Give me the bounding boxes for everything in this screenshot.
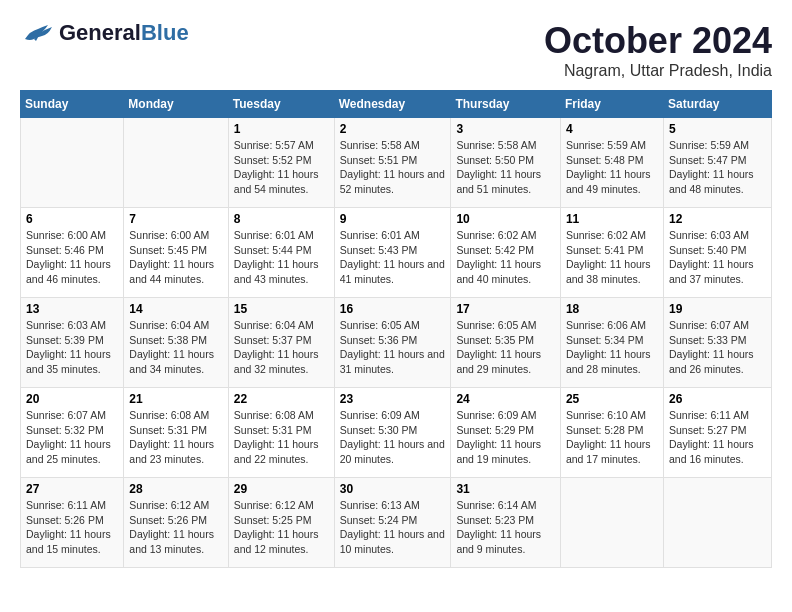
calendar-cell: 17Sunrise: 6:05 AMSunset: 5:35 PMDayligh… bbox=[451, 298, 561, 388]
cell-content: Sunrise: 6:05 AMSunset: 5:36 PMDaylight:… bbox=[340, 318, 446, 377]
calendar-week-row: 6Sunrise: 6:00 AMSunset: 5:46 PMDaylight… bbox=[21, 208, 772, 298]
day-header-tuesday: Tuesday bbox=[228, 91, 334, 118]
page-header: GeneralBlue October 2024 Nagram, Uttar P… bbox=[20, 20, 772, 80]
cell-content: Sunrise: 6:07 AMSunset: 5:33 PMDaylight:… bbox=[669, 318, 766, 377]
cell-content: Sunrise: 6:12 AMSunset: 5:25 PMDaylight:… bbox=[234, 498, 329, 557]
calendar-week-row: 20Sunrise: 6:07 AMSunset: 5:32 PMDayligh… bbox=[21, 388, 772, 478]
day-number: 17 bbox=[456, 302, 555, 316]
calendar-cell: 24Sunrise: 6:09 AMSunset: 5:29 PMDayligh… bbox=[451, 388, 561, 478]
day-number: 30 bbox=[340, 482, 446, 496]
calendar-table: SundayMondayTuesdayWednesdayThursdayFrid… bbox=[20, 90, 772, 568]
day-number: 16 bbox=[340, 302, 446, 316]
day-number: 19 bbox=[669, 302, 766, 316]
calendar-cell: 27Sunrise: 6:11 AMSunset: 5:26 PMDayligh… bbox=[21, 478, 124, 568]
cell-content: Sunrise: 6:13 AMSunset: 5:24 PMDaylight:… bbox=[340, 498, 446, 557]
day-header-wednesday: Wednesday bbox=[334, 91, 451, 118]
cell-content: Sunrise: 6:08 AMSunset: 5:31 PMDaylight:… bbox=[234, 408, 329, 467]
day-number: 4 bbox=[566, 122, 658, 136]
day-header-sunday: Sunday bbox=[21, 91, 124, 118]
cell-content: Sunrise: 6:00 AMSunset: 5:46 PMDaylight:… bbox=[26, 228, 118, 287]
day-number: 18 bbox=[566, 302, 658, 316]
day-number: 25 bbox=[566, 392, 658, 406]
calendar-cell bbox=[663, 478, 771, 568]
calendar-cell: 1Sunrise: 5:57 AMSunset: 5:52 PMDaylight… bbox=[228, 118, 334, 208]
day-number: 21 bbox=[129, 392, 222, 406]
calendar-cell bbox=[560, 478, 663, 568]
day-number: 31 bbox=[456, 482, 555, 496]
day-number: 5 bbox=[669, 122, 766, 136]
day-number: 7 bbox=[129, 212, 222, 226]
calendar-header-row: SundayMondayTuesdayWednesdayThursdayFrid… bbox=[21, 91, 772, 118]
day-number: 14 bbox=[129, 302, 222, 316]
day-number: 13 bbox=[26, 302, 118, 316]
day-number: 9 bbox=[340, 212, 446, 226]
calendar-cell bbox=[124, 118, 228, 208]
day-number: 24 bbox=[456, 392, 555, 406]
day-number: 3 bbox=[456, 122, 555, 136]
cell-content: Sunrise: 6:03 AMSunset: 5:40 PMDaylight:… bbox=[669, 228, 766, 287]
calendar-cell: 30Sunrise: 6:13 AMSunset: 5:24 PMDayligh… bbox=[334, 478, 451, 568]
cell-content: Sunrise: 6:04 AMSunset: 5:38 PMDaylight:… bbox=[129, 318, 222, 377]
calendar-cell: 6Sunrise: 6:00 AMSunset: 5:46 PMDaylight… bbox=[21, 208, 124, 298]
cell-content: Sunrise: 6:14 AMSunset: 5:23 PMDaylight:… bbox=[456, 498, 555, 557]
day-number: 2 bbox=[340, 122, 446, 136]
cell-content: Sunrise: 6:00 AMSunset: 5:45 PMDaylight:… bbox=[129, 228, 222, 287]
cell-content: Sunrise: 6:02 AMSunset: 5:41 PMDaylight:… bbox=[566, 228, 658, 287]
day-header-monday: Monday bbox=[124, 91, 228, 118]
cell-content: Sunrise: 6:05 AMSunset: 5:35 PMDaylight:… bbox=[456, 318, 555, 377]
cell-content: Sunrise: 6:06 AMSunset: 5:34 PMDaylight:… bbox=[566, 318, 658, 377]
cell-content: Sunrise: 5:59 AMSunset: 5:48 PMDaylight:… bbox=[566, 138, 658, 197]
calendar-week-row: 27Sunrise: 6:11 AMSunset: 5:26 PMDayligh… bbox=[21, 478, 772, 568]
cell-content: Sunrise: 6:08 AMSunset: 5:31 PMDaylight:… bbox=[129, 408, 222, 467]
cell-content: Sunrise: 6:07 AMSunset: 5:32 PMDaylight:… bbox=[26, 408, 118, 467]
logo-bird-icon bbox=[20, 21, 55, 46]
day-number: 28 bbox=[129, 482, 222, 496]
day-number: 12 bbox=[669, 212, 766, 226]
calendar-cell: 31Sunrise: 6:14 AMSunset: 5:23 PMDayligh… bbox=[451, 478, 561, 568]
cell-content: Sunrise: 5:59 AMSunset: 5:47 PMDaylight:… bbox=[669, 138, 766, 197]
cell-content: Sunrise: 6:12 AMSunset: 5:26 PMDaylight:… bbox=[129, 498, 222, 557]
cell-content: Sunrise: 6:11 AMSunset: 5:26 PMDaylight:… bbox=[26, 498, 118, 557]
calendar-cell: 4Sunrise: 5:59 AMSunset: 5:48 PMDaylight… bbox=[560, 118, 663, 208]
calendar-cell bbox=[21, 118, 124, 208]
cell-content: Sunrise: 6:03 AMSunset: 5:39 PMDaylight:… bbox=[26, 318, 118, 377]
day-header-thursday: Thursday bbox=[451, 91, 561, 118]
day-number: 22 bbox=[234, 392, 329, 406]
cell-content: Sunrise: 6:11 AMSunset: 5:27 PMDaylight:… bbox=[669, 408, 766, 467]
calendar-cell: 16Sunrise: 6:05 AMSunset: 5:36 PMDayligh… bbox=[334, 298, 451, 388]
cell-content: Sunrise: 6:10 AMSunset: 5:28 PMDaylight:… bbox=[566, 408, 658, 467]
calendar-cell: 9Sunrise: 6:01 AMSunset: 5:43 PMDaylight… bbox=[334, 208, 451, 298]
day-header-saturday: Saturday bbox=[663, 91, 771, 118]
calendar-cell: 15Sunrise: 6:04 AMSunset: 5:37 PMDayligh… bbox=[228, 298, 334, 388]
calendar-week-row: 13Sunrise: 6:03 AMSunset: 5:39 PMDayligh… bbox=[21, 298, 772, 388]
logo: GeneralBlue bbox=[20, 20, 189, 46]
location-text: Nagram, Uttar Pradesh, India bbox=[544, 62, 772, 80]
cell-content: Sunrise: 5:58 AMSunset: 5:50 PMDaylight:… bbox=[456, 138, 555, 197]
day-header-friday: Friday bbox=[560, 91, 663, 118]
month-title: October 2024 bbox=[544, 20, 772, 62]
calendar-cell: 12Sunrise: 6:03 AMSunset: 5:40 PMDayligh… bbox=[663, 208, 771, 298]
cell-content: Sunrise: 5:57 AMSunset: 5:52 PMDaylight:… bbox=[234, 138, 329, 197]
day-number: 23 bbox=[340, 392, 446, 406]
title-area: October 2024 Nagram, Uttar Pradesh, Indi… bbox=[544, 20, 772, 80]
calendar-cell: 22Sunrise: 6:08 AMSunset: 5:31 PMDayligh… bbox=[228, 388, 334, 478]
cell-content: Sunrise: 6:04 AMSunset: 5:37 PMDaylight:… bbox=[234, 318, 329, 377]
calendar-cell: 8Sunrise: 6:01 AMSunset: 5:44 PMDaylight… bbox=[228, 208, 334, 298]
day-number: 6 bbox=[26, 212, 118, 226]
calendar-cell: 20Sunrise: 6:07 AMSunset: 5:32 PMDayligh… bbox=[21, 388, 124, 478]
cell-content: Sunrise: 5:58 AMSunset: 5:51 PMDaylight:… bbox=[340, 138, 446, 197]
calendar-cell: 28Sunrise: 6:12 AMSunset: 5:26 PMDayligh… bbox=[124, 478, 228, 568]
logo-blue-text: Blue bbox=[141, 20, 189, 45]
day-number: 11 bbox=[566, 212, 658, 226]
calendar-cell: 3Sunrise: 5:58 AMSunset: 5:50 PMDaylight… bbox=[451, 118, 561, 208]
calendar-cell: 23Sunrise: 6:09 AMSunset: 5:30 PMDayligh… bbox=[334, 388, 451, 478]
calendar-cell: 18Sunrise: 6:06 AMSunset: 5:34 PMDayligh… bbox=[560, 298, 663, 388]
calendar-cell: 10Sunrise: 6:02 AMSunset: 5:42 PMDayligh… bbox=[451, 208, 561, 298]
calendar-cell: 2Sunrise: 5:58 AMSunset: 5:51 PMDaylight… bbox=[334, 118, 451, 208]
day-number: 20 bbox=[26, 392, 118, 406]
day-number: 27 bbox=[26, 482, 118, 496]
logo-general-text: General bbox=[59, 20, 141, 45]
calendar-cell: 25Sunrise: 6:10 AMSunset: 5:28 PMDayligh… bbox=[560, 388, 663, 478]
cell-content: Sunrise: 6:01 AMSunset: 5:43 PMDaylight:… bbox=[340, 228, 446, 287]
calendar-cell: 5Sunrise: 5:59 AMSunset: 5:47 PMDaylight… bbox=[663, 118, 771, 208]
